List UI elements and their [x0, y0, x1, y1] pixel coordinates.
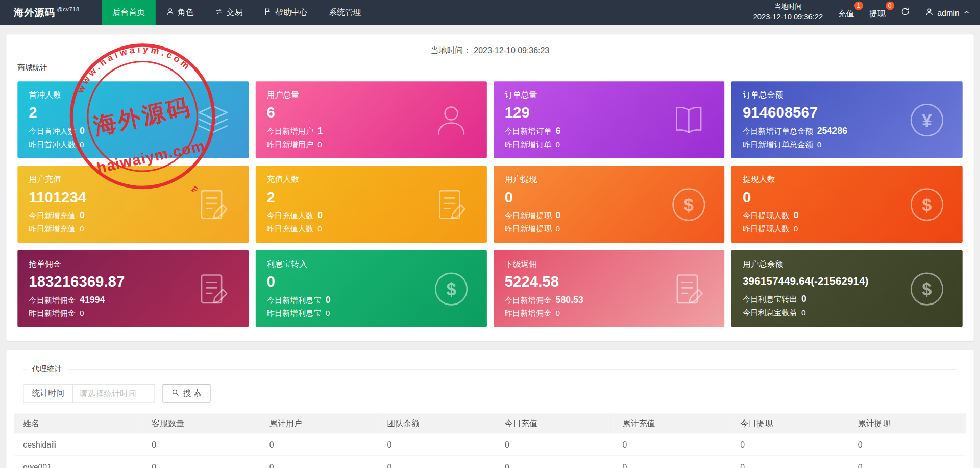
- stat-card-7: 提现人数0今日提现人数 0昨日提现人数 0$: [731, 166, 963, 243]
- stats-section-title: 商城统计: [17, 62, 962, 73]
- yen-icon: ¥: [908, 101, 946, 139]
- memo-icon: [193, 269, 232, 308]
- memo-icon: [193, 185, 232, 224]
- stat-card-2: 订单总量129今日新增订单 6昨日新增订单 0: [494, 81, 725, 158]
- withdraw-label: 提现: [869, 9, 886, 18]
- table-cell: 0: [378, 456, 496, 468]
- table-cell: 0: [496, 434, 614, 456]
- table-cell: qwe001: [14, 456, 142, 468]
- stat-card-title: 下级返佣: [505, 259, 714, 270]
- table-cell: 0: [613, 456, 731, 468]
- brand-sub: @cv718: [57, 6, 79, 12]
- table-col-header-5: 累计充值: [613, 413, 731, 433]
- dollar-icon: $: [908, 185, 946, 224]
- nav-item-0[interactable]: 后台首页: [102, 0, 156, 25]
- layers-icon: [193, 101, 232, 139]
- stat-card-title: 订单总量: [505, 89, 714, 101]
- stat-card-line2: 今日利息宝收益 0: [743, 308, 951, 318]
- stat-card-10: 下级返佣5224.58今日新增佣金 580.53昨日新增佣金 0: [494, 250, 725, 327]
- stat-card-title: 利息宝转入: [267, 259, 476, 270]
- filter-row: 统计时间 搜 索: [23, 384, 966, 403]
- exchange-icon: [215, 8, 223, 18]
- nav-item-label: 帮助中心: [275, 7, 308, 18]
- nav-item-3[interactable]: 帮助中心: [253, 0, 318, 25]
- main-content: 当地时间：2023-12-10 09:36:23 商城统计 首冲人数2今日首冲人…: [0, 34, 980, 468]
- table-cell: 0: [260, 434, 378, 456]
- dollar-icon: $: [432, 269, 471, 308]
- stat-card-5: 充值人数2今日充值人数 0昨日充值人数 0: [256, 166, 487, 243]
- stat-card-line2: 昨日提现人数 0: [743, 224, 951, 235]
- table-cell: 0: [848, 456, 966, 468]
- stat-card-line2: 昨日首冲人数 0: [29, 139, 237, 150]
- local-time-label: 当地时间: [753, 2, 823, 12]
- navbar-right: 当地时间 2023-12-10 09:36:22 充值 1 提现 0 admin: [753, 0, 980, 25]
- book-icon: [670, 101, 708, 139]
- stat-card-line2: 昨日新增提现 0: [505, 224, 714, 235]
- stats-grid: 首冲人数2今日首冲人数 0昨日首冲人数 0用户总量6今日新增用户 1昨日新增用户…: [17, 81, 962, 327]
- nav-item-2[interactable]: 交易: [204, 0, 253, 25]
- nav-item-1[interactable]: 角色: [156, 0, 205, 25]
- nav-item-4[interactable]: 系统管理: [318, 0, 372, 25]
- stat-card-title: 用户充值: [29, 174, 237, 185]
- table-cell: 0: [613, 434, 731, 456]
- svg-text:¥: ¥: [922, 110, 932, 131]
- table-cell: 0: [260, 456, 378, 468]
- search-icon: [172, 388, 180, 399]
- stat-card-title: 提现人数: [743, 174, 951, 185]
- dollar-icon: $: [908, 269, 946, 308]
- stat-time-input[interactable]: [72, 384, 155, 403]
- stat-card-6: 用户提现0今日新增提现 0昨日新增提现 0$: [494, 166, 725, 243]
- stat-card-1: 用户总量6今日新增用户 1昨日新增用户 0: [256, 81, 487, 158]
- recharge-nav-item[interactable]: 充值 1: [838, 8, 854, 19]
- brand-name: 海外源码: [14, 6, 55, 19]
- user-name: admin: [937, 8, 959, 17]
- table-col-header-6: 今日提现: [731, 413, 849, 433]
- nav-item-label: 角色: [178, 7, 194, 18]
- filter-label: 统计时间: [23, 384, 73, 403]
- table-cell: 0: [378, 434, 496, 456]
- agent-section-title: 代理统计: [26, 364, 68, 375]
- search-button[interactable]: 搜 索: [162, 384, 210, 403]
- table-col-header-1: 客服数量: [142, 413, 260, 433]
- flag-icon: [264, 8, 272, 18]
- withdraw-badge: 0: [886, 1, 894, 10]
- recharge-label: 充值: [838, 9, 854, 18]
- svg-text:$: $: [684, 195, 694, 214]
- user-menu[interactable]: admin: [925, 7, 970, 18]
- memo-icon: [432, 185, 471, 224]
- person-icon: [432, 101, 471, 139]
- stat-card-line2: 昨日新增充值 0: [29, 224, 237, 235]
- panel-local-time: 当地时间：2023-12-10 09:36:23: [17, 45, 962, 56]
- table-cell: 0: [848, 434, 966, 456]
- table-col-header-0: 姓名: [14, 413, 142, 433]
- stat-card-line2: 昨日新增用户 0: [267, 139, 476, 150]
- panel-time-value: 2023-12-10 09:36:23: [474, 45, 549, 55]
- table-body: ceshidaili0000000qwe00100000001237770000…: [14, 434, 966, 468]
- table-cell: ceshidaili: [14, 434, 142, 456]
- refresh-icon: [900, 7, 910, 18]
- stat-card-line2: 昨日新增订单总金额 0: [743, 139, 951, 150]
- memo-icon: [670, 269, 708, 308]
- table-col-header-2: 累计用户: [260, 413, 378, 433]
- table-col-header-3: 团队余额: [378, 413, 496, 433]
- table-cell: 0: [731, 456, 849, 468]
- table-row-0: ceshidaili0000000: [14, 434, 966, 456]
- stat-card-line2: 昨日新增佣金 0: [505, 309, 714, 319]
- person-icon: [166, 8, 175, 18]
- stat-card-title: 用户提现: [505, 174, 714, 185]
- search-button-label: 搜 索: [183, 388, 202, 399]
- refresh-button[interactable]: [900, 7, 910, 18]
- table-cell: 0: [496, 456, 614, 468]
- stat-card-line2: 昨日新增利息宝 0: [267, 309, 476, 319]
- table-row-1: qwe0010000000: [14, 456, 966, 468]
- agent-panel: 代理统计 统计时间 搜 索 姓名客服数量累计用户团队余额今日充值累计充值今日提现…: [6, 350, 974, 468]
- svg-text:$: $: [922, 195, 932, 214]
- panel-time-label: 当地时间：: [431, 45, 472, 55]
- stat-card-title: 用户总余额: [743, 259, 951, 270]
- withdraw-nav-item[interactable]: 提现 0: [869, 8, 886, 19]
- table-col-header-4: 今日充值: [496, 413, 614, 433]
- stat-card-title: 用户总量: [267, 89, 476, 101]
- page: 海外源码 @cv718 后台首页角色交易帮助中心系统管理 当地时间 2023-1…: [0, 0, 980, 468]
- brand-logo[interactable]: 海外源码 @cv718: [0, 0, 102, 25]
- user-icon: [925, 7, 934, 18]
